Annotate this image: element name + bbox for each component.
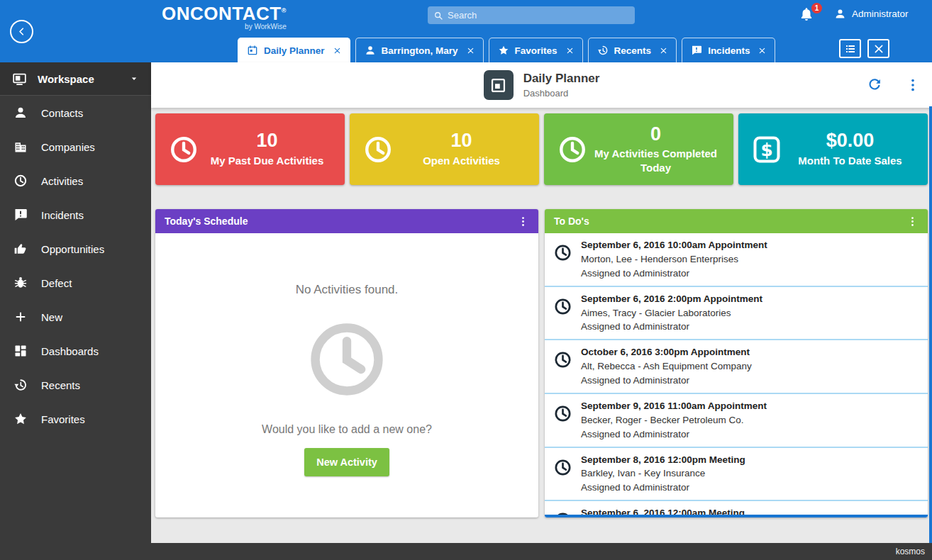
refresh-icon: [867, 77, 882, 93]
todo-contact: Morton, Lee - Henderson Enterprises: [581, 254, 767, 266]
stat-label: My Activities Completed Today: [591, 147, 721, 174]
clock-icon: [168, 134, 199, 165]
stat-card-my-past-due-activities[interactable]: 10 My Past Due Activities: [155, 113, 345, 185]
user-menu[interactable]: Administrator: [834, 8, 909, 20]
stat-card-open-activities[interactable]: 10 Open Activities: [350, 113, 539, 185]
stat-card-my-activities-completed-today[interactable]: 0 My Activities Completed Today: [544, 113, 733, 185]
todo-item[interactable]: September 6, 2016 10:00am Appointment Mo…: [545, 233, 928, 287]
sidebar-item-label: Favorites: [41, 413, 85, 425]
horizontal-scrollbar[interactable]: [545, 515, 928, 517]
todo-assigned: Assigned to Administrator: [581, 482, 745, 494]
close-icon: [566, 47, 574, 55]
person-icon: [834, 8, 846, 20]
tab-label: Favorites: [515, 45, 557, 56]
topbar: ONCONTACT® by WorkWise 1 Administrator D…: [0, 0, 932, 62]
tab-favorites[interactable]: Favorites: [489, 38, 583, 62]
tab-close-button[interactable]: [566, 47, 574, 55]
stat-card-month-to-date-sales[interactable]: $0.00 Month To Date Sales: [738, 113, 928, 185]
sidebar-item-label: Incidents: [41, 209, 84, 221]
search-input[interactable]: [448, 10, 629, 21]
tab-recents[interactable]: Recents: [588, 38, 677, 62]
panel-menu-button[interactable]: [517, 215, 529, 228]
stat-cards-row: 10 My Past Due Activities 10 Open Activi…: [155, 113, 928, 185]
tab-label: Incidents: [708, 45, 750, 56]
sidebar-item-dashboards[interactable]: Dashboards: [0, 334, 151, 368]
panel-title: To Do's: [554, 215, 589, 227]
tab-incidents[interactable]: Incidents: [682, 38, 775, 62]
bug-icon: [13, 276, 28, 290]
tab-daily-planner[interactable]: Daily Planner: [238, 38, 350, 62]
tab-strip: Daily Planner Barrington, Mary Favorites: [238, 38, 775, 62]
close-icon: [333, 47, 341, 55]
notification-badge: 1: [811, 3, 822, 13]
sidebar-item-companies[interactable]: Companies: [0, 130, 151, 164]
todo-item[interactable]: September 6, 2016 2:00pm Appointment Aim…: [545, 287, 928, 341]
notifications-button[interactable]: 1: [799, 6, 817, 25]
refresh-button[interactable]: [867, 77, 882, 93]
tab-barrington-mary[interactable]: Barrington, Mary: [355, 38, 484, 62]
sidebar-item-label: Companies: [41, 141, 95, 153]
stat-label: Open Activities: [396, 154, 526, 168]
sidebar-item-opportunities[interactable]: Opportunities: [0, 232, 151, 266]
sidebar-item-label: Recents: [41, 379, 80, 391]
todays-schedule-header: Today's Schedule: [155, 209, 538, 233]
plus-icon: [13, 310, 28, 324]
close-icon: [758, 47, 766, 55]
page-menu-button[interactable]: [905, 77, 921, 93]
todo-item[interactable]: September 9, 2016 11:00am Appointment Be…: [545, 394, 928, 448]
header-actions: [867, 62, 921, 108]
workspace-selector[interactable]: Workspace: [0, 62, 151, 96]
todo-assigned: Assigned to Administrator: [581, 429, 767, 441]
todo-contact: Aimes, Tracy - Glacier Laboratories: [581, 308, 762, 320]
thumb-up-icon: [13, 242, 28, 256]
sidebar-item-incidents[interactable]: Incidents: [0, 198, 151, 232]
registered-mark: ®: [282, 7, 287, 14]
todo-item[interactable]: September 8, 2016 12:00pm Meeting Barkle…: [545, 448, 928, 502]
sidebar-item-label: Contacts: [41, 107, 83, 119]
back-arrow-icon: [16, 26, 28, 38]
panels-row: Today's Schedule No Activities found. Wo…: [155, 209, 928, 517]
todo-assigned: Assigned to Administrator: [581, 268, 767, 280]
todos-panel: To Do's September 6, 2016 10:00am Appoin…: [545, 209, 928, 517]
clock-icon: [303, 315, 391, 403]
search-box[interactable]: [428, 6, 635, 24]
sidebar-item-recents[interactable]: Recents: [0, 368, 151, 402]
sidebar-item-label: New: [41, 311, 62, 323]
footer-brand: kosmos: [896, 547, 925, 556]
tab-close-button[interactable]: [333, 47, 341, 55]
tab-close-button[interactable]: [467, 47, 475, 55]
workspace-icon: [12, 72, 27, 86]
vertical-scrollbar[interactable]: [929, 106, 932, 543]
todo-title: September 6, 2016 2:00pm Appointment: [581, 293, 762, 306]
new-activity-button[interactable]: New Activity: [304, 448, 389, 476]
sidebar-item-new[interactable]: New: [0, 300, 151, 334]
sidebar: Workspace Contacts Companies Activities: [0, 62, 151, 543]
kebab-menu-icon: [517, 215, 529, 228]
todo-contact: Barkley, Ivan - Key Insurance: [581, 468, 745, 480]
list-icon: [845, 43, 856, 55]
panel-menu-button[interactable]: [906, 215, 919, 228]
sidebar-item-contacts[interactable]: Contacts: [0, 96, 151, 130]
dashboard-icon: [13, 344, 28, 358]
close-icon: [467, 47, 475, 55]
logo-text: ONCONTACT®: [162, 4, 287, 23]
sidebar-item-defect[interactable]: Defect: [0, 266, 151, 300]
clock-icon: [553, 347, 572, 387]
close-all-tabs-button[interactable]: [867, 39, 889, 58]
oncontact-logo: ONCONTACT® by WorkWise: [162, 4, 287, 30]
stat-label: My Past Due Activities: [202, 154, 332, 168]
sidebar-item-favorites[interactable]: Favorites: [0, 402, 151, 436]
page-title-group: Daily Planner Dashboard: [484, 70, 600, 100]
tab-controls: [839, 39, 889, 58]
tab-close-button[interactable]: [660, 47, 667, 55]
todo-title: September 6, 2016 10:00am Appointment: [581, 240, 767, 252]
app-window: ONCONTACT® by WorkWise 1 Administrator D…: [0, 0, 932, 560]
todo-list: September 6, 2016 10:00am Appointment Mo…: [545, 233, 928, 517]
sidebar-item-activities[interactable]: Activities: [0, 164, 151, 198]
todo-item[interactable]: October 6, 2016 3:00pm Appointment Alt, …: [545, 340, 928, 394]
tab-list-button[interactable]: [839, 39, 861, 58]
sidebar-item-label: Opportunities: [41, 243, 104, 255]
back-button[interactable]: [10, 20, 33, 43]
calendar-icon: [247, 45, 258, 56]
tab-close-button[interactable]: [758, 47, 766, 55]
